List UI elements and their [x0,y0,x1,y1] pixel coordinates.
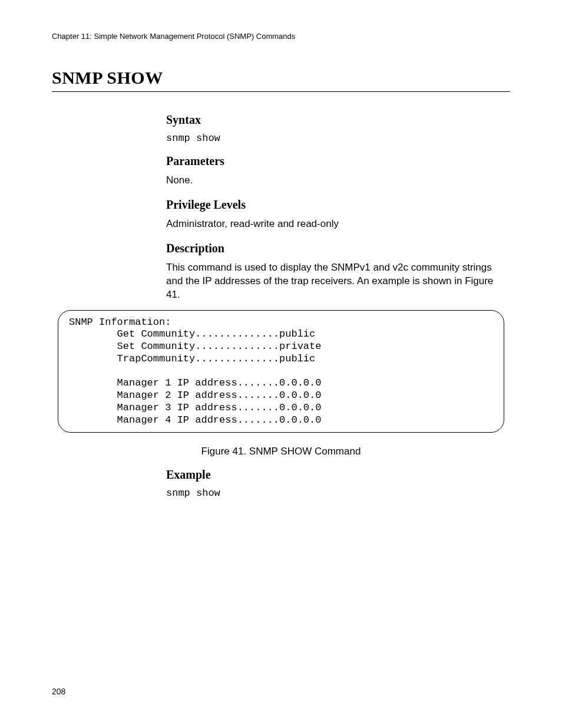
section-heading-privilege: Privilege Levels [166,198,504,212]
example-code: snmp show [166,487,504,499]
page-title: SNMP SHOW [52,68,163,87]
section-heading-example: Example [166,468,504,482]
section-heading-description: Description [166,242,504,255]
page-number: 208 [52,687,65,696]
section-heading-parameters: Parameters [166,154,504,168]
figure-content: SNMP Information: Get Community.........… [69,317,493,427]
description-text: This command is used to display the SNMP… [166,261,504,302]
page: Chapter 11: Simple Network Management Pr… [0,0,562,728]
figure-box: SNMP Information: Get Community.........… [58,310,504,433]
syntax-code: snmp show [166,133,504,144]
body-column: Syntax snmp show Parameters None. Privil… [166,113,504,302]
privilege-text: Administrator, read-write and read-only [166,218,504,231]
parameters-text: None. [166,174,504,187]
section-heading-syntax: Syntax [166,113,504,127]
body-column-2: Example snmp show [166,468,504,499]
running-header: Chapter 11: Simple Network Management Pr… [52,32,510,41]
title-rule: SNMP SHOW [52,68,510,92]
figure-caption: Figure 41. SNMP SHOW Command [52,446,510,457]
